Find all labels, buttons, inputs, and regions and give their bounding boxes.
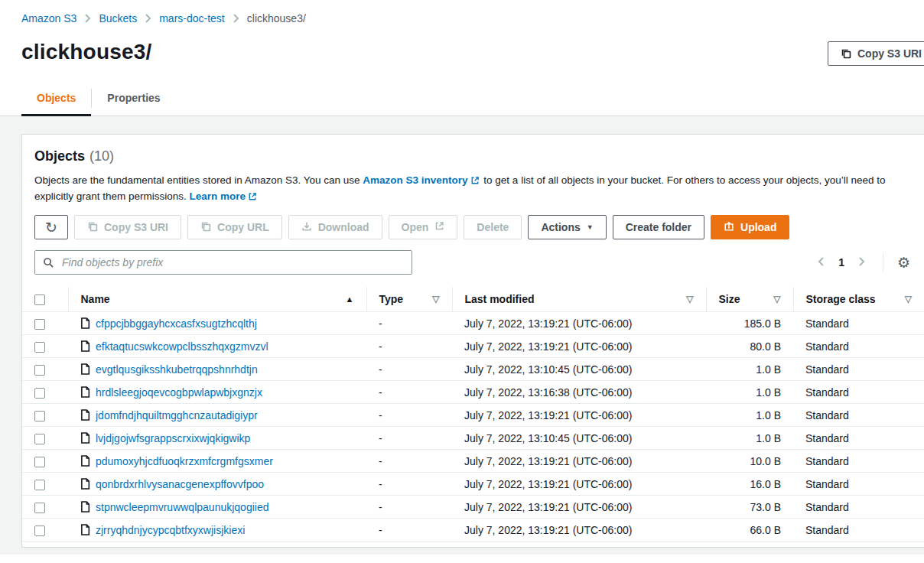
- row-checkbox[interactable]: [34, 434, 45, 444]
- refresh-icon: ↻: [45, 220, 57, 235]
- object-name-link[interactable]: stpnwcleepmvruwwqlpaunukjqogiied: [96, 501, 268, 513]
- column-label: Last modified: [465, 293, 535, 305]
- object-type: -: [366, 312, 452, 335]
- content-area: Objects(10) Objects are the fundamental …: [0, 116, 924, 555]
- search-box: [34, 250, 412, 275]
- copy-s3-uri-header-button[interactable]: Copy S3 URI: [828, 41, 924, 66]
- object-storage-class: Standard: [793, 335, 924, 358]
- row-checkbox[interactable]: [34, 411, 45, 421]
- copy-url-label: Copy URL: [217, 221, 269, 233]
- search-icon: [43, 257, 54, 268]
- actions-dropdown-button[interactable]: Actions ▼: [528, 215, 606, 239]
- object-name-link[interactable]: pdumoxyhjcdfuoqkrzxmfcrgmfgsxmer: [96, 455, 273, 467]
- object-name-link[interactable]: lvjdjgojwfsgrappscrxixwjqkigwikp: [96, 432, 250, 444]
- search-input[interactable]: [60, 255, 404, 269]
- create-folder-button[interactable]: Create folder: [613, 215, 704, 239]
- object-name-link[interactable]: evgtlqusgiksshkubetrqqpshnrhdtjn: [96, 363, 258, 376]
- object-type: -: [366, 335, 452, 358]
- object-name-link[interactable]: zjrryqhdnjycypcqbtfxyxwjisjkiexi: [96, 524, 245, 536]
- current-page-number[interactable]: 1: [834, 256, 849, 268]
- object-storage-class: Standard: [793, 358, 924, 381]
- table-row: qonbrdxrhlvysanacgenexpffovvfpoo-July 7,…: [22, 473, 924, 496]
- copy-url-button[interactable]: Copy URL: [187, 215, 282, 239]
- description-text: Objects are the fundamental entities sto…: [34, 174, 360, 186]
- row-checkbox[interactable]: [34, 457, 45, 467]
- row-checkbox[interactable]: [34, 503, 45, 513]
- object-last-modified: July 7, 2022, 13:16:38 (UTC-06:00): [452, 381, 706, 404]
- table-row: zjrryqhdnjycypcqbtfxyxwjisjkiexi-July 7,…: [22, 519, 924, 542]
- breadcrumb-link-bucket-name[interactable]: mars-doc-test: [159, 12, 225, 24]
- tab-objects[interactable]: Objects: [21, 81, 91, 116]
- object-last-modified: July 7, 2022, 13:19:21 (UTC-06:00): [452, 473, 706, 496]
- row-select-cell: [22, 450, 68, 473]
- row-checkbox[interactable]: [34, 480, 45, 490]
- refresh-button[interactable]: ↻: [34, 215, 68, 239]
- column-header-type[interactable]: Type▽: [366, 287, 452, 312]
- column-header-storage-class[interactable]: Storage class▽: [793, 287, 924, 312]
- column-header-last-modified[interactable]: Last modified▽: [452, 287, 706, 312]
- learn-more-link[interactable]: Learn more: [190, 190, 246, 202]
- gear-icon: ⚙: [897, 255, 910, 271]
- breadcrumb-link-amazon-s3[interactable]: Amazon S3: [21, 12, 76, 24]
- download-button[interactable]: Download: [288, 215, 382, 239]
- row-checkbox[interactable]: [34, 365, 45, 376]
- object-size: 66.0 B: [706, 519, 793, 542]
- chevron-right-icon: [145, 13, 151, 24]
- object-type: -: [366, 519, 452, 542]
- object-storage-class: Standard: [793, 473, 924, 496]
- copy-s3-uri-button[interactable]: Copy S3 URI: [74, 215, 181, 239]
- file-icon: [80, 317, 90, 329]
- object-name-cell: qonbrdxrhlvysanacgenexpffovvfpoo: [68, 473, 366, 496]
- row-checkbox[interactable]: [34, 319, 45, 330]
- row-select-cell: [22, 312, 68, 335]
- table-row: lvjdjgojwfsgrappscrxixwjqkigwikp-July 7,…: [22, 427, 924, 450]
- panel-description: Objects are the fundamental entities sto…: [34, 172, 910, 204]
- object-name-cell: jdomfndjhquiltmgghcnzautadigiypr: [68, 404, 366, 427]
- pagination-divider: [883, 252, 883, 272]
- object-last-modified: July 7, 2022, 13:19:21 (UTC-06:00): [452, 312, 706, 335]
- table-row: hrdlsleegjoqevcogbpwlapwbjxgnzjx-July 7,…: [22, 381, 924, 404]
- object-name-link[interactable]: qonbrdxrhlvysanacgenexpffovvfpoo: [96, 478, 264, 490]
- tab-properties[interactable]: Properties: [92, 81, 175, 116]
- object-rows: cfppcjbbggayhcxcasfxsugtzhcqlthj-July 7,…: [22, 312, 924, 542]
- object-type: -: [366, 450, 452, 473]
- column-header-size[interactable]: Size▽: [706, 287, 793, 312]
- open-button[interactable]: Open: [389, 215, 458, 239]
- sort-icon: ▽: [432, 294, 439, 304]
- object-last-modified: July 7, 2022, 13:19:21 (UTC-06:00): [452, 335, 706, 358]
- object-type: -: [366, 404, 452, 427]
- panel-heading: Objects(10): [34, 148, 912, 164]
- table-row: pdumoxyhjcdfuoqkrzxmfcrgmfgsxmer-July 7,…: [22, 450, 924, 473]
- pagination: 1 ⚙: [812, 252, 912, 273]
- copy-icon: [200, 221, 211, 234]
- previous-page-button[interactable]: [812, 252, 829, 273]
- delete-button[interactable]: Delete: [464, 215, 522, 239]
- amazon-s3-inventory-link[interactable]: Amazon S3 inventory: [363, 174, 467, 186]
- upload-label: Upload: [740, 221, 776, 233]
- row-checkbox[interactable]: [34, 342, 45, 353]
- copy-icon: [87, 221, 98, 234]
- row-select-cell: [22, 381, 68, 404]
- row-checkbox[interactable]: [34, 526, 45, 536]
- upload-button[interactable]: Upload: [711, 215, 789, 239]
- row-select-cell: [22, 473, 68, 496]
- object-name-link[interactable]: hrdlsleegjoqevcogbpwlapwbjxgnzjx: [96, 386, 262, 399]
- object-last-modified: July 7, 2022, 13:19:21 (UTC-06:00): [452, 404, 706, 427]
- breadcrumb-current: clickhouse3/: [247, 12, 306, 24]
- next-page-button[interactable]: [854, 252, 870, 273]
- object-storage-class: Standard: [793, 427, 924, 450]
- object-name-link[interactable]: jdomfndjhquiltmgghcnzautadigiypr: [96, 409, 258, 421]
- table-row: evgtlqusgiksshkubetrqqpshnrhdtjn-July 7,…: [22, 358, 924, 381]
- table-row: stpnwcleepmvruwwqlpaunukjqogiied-July 7,…: [22, 496, 924, 519]
- object-last-modified: July 7, 2022, 13:10:45 (UTC-06:00): [452, 427, 706, 450]
- breadcrumb: Amazon S3 Buckets mars-doc-test clickhou…: [0, 0, 924, 24]
- select-all-checkbox[interactable]: [34, 295, 45, 305]
- column-header-name[interactable]: Name▲: [68, 287, 366, 312]
- object-name-link[interactable]: cfppcjbbggayhcxcasfxsugtzhcqlthj: [96, 317, 257, 330]
- objects-panel: Objects(10) Objects are the fundamental …: [21, 134, 924, 548]
- object-size: 185.0 B: [706, 312, 793, 335]
- row-checkbox[interactable]: [34, 388, 45, 399]
- preferences-gear-button[interactable]: ⚙: [896, 254, 912, 272]
- object-name-link[interactable]: efktaqtucswkcowpclbsszhqxgzmvzvl: [96, 340, 268, 353]
- breadcrumb-link-buckets[interactable]: Buckets: [99, 12, 137, 24]
